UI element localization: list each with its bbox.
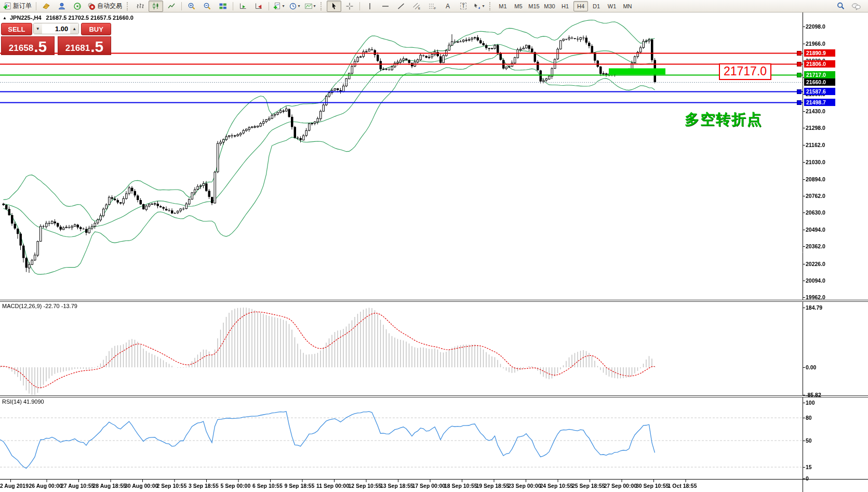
indicators-icon <box>273 2 282 10</box>
time-axis-label: 19 Sep 18:55 <box>476 483 510 489</box>
new-order-button[interactable]: 新订单 <box>2 1 33 12</box>
pane-splitter-macd[interactable] <box>0 300 868 302</box>
indicators-button[interactable]: ▾ <box>272 1 286 12</box>
equidistant-channel-button[interactable]: E <box>409 1 424 12</box>
zoom-in-button[interactable] <box>184 1 199 12</box>
level-line-handle[interactable] <box>797 51 802 56</box>
market-watch-button[interactable] <box>39 1 54 12</box>
pane-splitter-rsi[interactable] <box>0 395 868 397</box>
timeframe-button-m30[interactable]: M30 <box>542 1 557 11</box>
price-tag-21806.0[interactable]: 21806.0 <box>804 60 835 68</box>
line-chart-button[interactable] <box>164 1 179 12</box>
price-tag-21587.6[interactable]: 21587.6 <box>804 88 835 95</box>
tile-windows-icon <box>219 2 227 10</box>
auto-scroll-icon <box>239 2 247 10</box>
arrows-tool-button[interactable]: ▾ <box>472 1 486 12</box>
timeframe-button-h4[interactable]: H4 <box>573 1 588 11</box>
sell-price-display[interactable]: 21658 .5 <box>1 36 55 55</box>
collapse-triangle-icon: ▲ <box>3 16 7 20</box>
signal-icon <box>73 2 82 10</box>
time-axis-label: 27 Sep 00:00 <box>604 483 637 489</box>
macd-label: MACD(12,26,9) -22.70 -13.79 <box>2 303 77 309</box>
time-axis-label: 13 Sep 18:55 <box>380 483 413 489</box>
zoom-out-button[interactable] <box>200 1 215 12</box>
text-tool-button[interactable]: A <box>440 1 455 12</box>
timeframe-button-w1[interactable]: W1 <box>605 1 619 11</box>
text-label-tool-button[interactable]: T <box>456 1 471 12</box>
timeframe-button-m5[interactable]: M5 <box>511 1 526 11</box>
trendline-icon <box>397 2 405 10</box>
volume-input[interactable] <box>42 24 71 33</box>
price-tag-21717.0[interactable]: 21717.0 <box>804 71 835 78</box>
timeframe-button-d1[interactable]: D1 <box>589 1 604 11</box>
line-chart-icon <box>167 2 176 10</box>
buy-price-frac: .5 <box>90 40 103 54</box>
tile-windows-button[interactable] <box>216 1 230 12</box>
time-axis-label: 1 Oct 18:55 <box>668 483 697 489</box>
price-callout-box[interactable]: 21717.0 <box>719 63 771 80</box>
chat-button[interactable] <box>849 1 863 12</box>
signals-button[interactable] <box>70 1 85 12</box>
dropdown-caret: ▾ <box>282 4 284 8</box>
cursor-tool-button[interactable] <box>327 1 341 12</box>
auto-scroll-button[interactable] <box>236 1 250 12</box>
level-line-handle[interactable] <box>797 73 802 77</box>
new-order-label: 新订单 <box>13 2 32 10</box>
volume-down-button[interactable]: ▼ <box>34 23 42 34</box>
bar-chart-icon <box>136 2 144 10</box>
timeframe-button-mn[interactable]: MN <box>620 1 635 11</box>
dropdown-caret: ▾ <box>482 4 484 8</box>
chart-symbol: JPN225-,H4 <box>10 15 42 21</box>
trade-panel-row: SELL ▼ ▲ BUY <box>1 23 111 35</box>
macd-axis-tick: 0.00 <box>806 364 816 370</box>
vline-tool-button[interactable] <box>363 1 377 12</box>
chart-shift-icon <box>255 2 263 10</box>
rsi-axis-tick: 80 <box>806 415 812 421</box>
search-button[interactable] <box>833 1 848 12</box>
time-axis-label: 18 Sep 10:55 <box>444 483 477 489</box>
level-line-handle[interactable] <box>797 100 802 105</box>
chart-shift-button[interactable] <box>251 1 266 12</box>
level-line-handle[interactable] <box>797 62 802 67</box>
timeframe-button-m1[interactable]: M1 <box>496 1 510 11</box>
autotrade-button[interactable]: 自动交易 <box>86 1 124 12</box>
price-axis-tick: 21966.0 <box>806 41 825 47</box>
template-icon <box>304 2 313 10</box>
candlestick-chart-button[interactable] <box>149 1 163 12</box>
main-toolbar: 新订单 <box>0 0 868 12</box>
level-line-handle[interactable] <box>797 89 802 94</box>
timeframe-button-m15[interactable]: M15 <box>527 1 541 11</box>
price-tag-21660.0[interactable]: 21660.0 <box>804 78 835 86</box>
timeframe-button-h1[interactable]: H1 <box>558 1 572 11</box>
fibonacci-tool-button[interactable]: F <box>425 1 439 12</box>
price-tag-21498.7[interactable]: 21498.7 <box>804 99 835 106</box>
volume-up-button[interactable]: ▲ <box>70 23 78 34</box>
profile-button[interactable] <box>55 1 69 12</box>
time-axis-label: 30 Aug 00:00 <box>125 483 158 489</box>
time-axis-separator <box>0 479 868 480</box>
crosshair-tool-button[interactable] <box>342 1 357 12</box>
bar-chart-button[interactable] <box>133 1 148 12</box>
volume-spinner: ▼ ▲ <box>33 23 79 34</box>
hline-tool-button[interactable] <box>378 1 393 12</box>
price-axis-tick: 20362.0 <box>806 243 825 249</box>
buy-price-int: 21681 <box>65 43 90 54</box>
time-axis-label: 26 Aug 00:00 <box>29 483 62 489</box>
price-axis-tick: 21030.0 <box>806 159 825 165</box>
macd-axis-tick: -85.82 <box>806 392 821 398</box>
price-tag-21890.9[interactable]: 21890.9 <box>804 49 835 57</box>
text-a-icon: A <box>446 3 450 10</box>
time-axis-label: 23 Sep 00:00 <box>508 483 541 489</box>
trendline-tool-button[interactable] <box>394 1 408 12</box>
sell-price-frac: .5 <box>34 40 47 54</box>
svg-text:E: E <box>418 7 420 10</box>
period-button[interactable]: ▾ <box>287 1 302 12</box>
time-axis-label: 24 Sep 10:55 <box>540 483 573 489</box>
time-axis-label: 17 Sep 00:00 <box>412 483 446 489</box>
sell-button[interactable]: SELL <box>1 23 32 35</box>
buy-button[interactable]: BUY <box>81 23 111 35</box>
buy-price-display[interactable]: 21681 .5 <box>58 36 111 55</box>
time-axis-label: 2 Aug 2019 <box>0 483 29 489</box>
templates-button[interactable]: ▾ <box>303 1 317 12</box>
zoom-in-icon <box>188 2 196 10</box>
